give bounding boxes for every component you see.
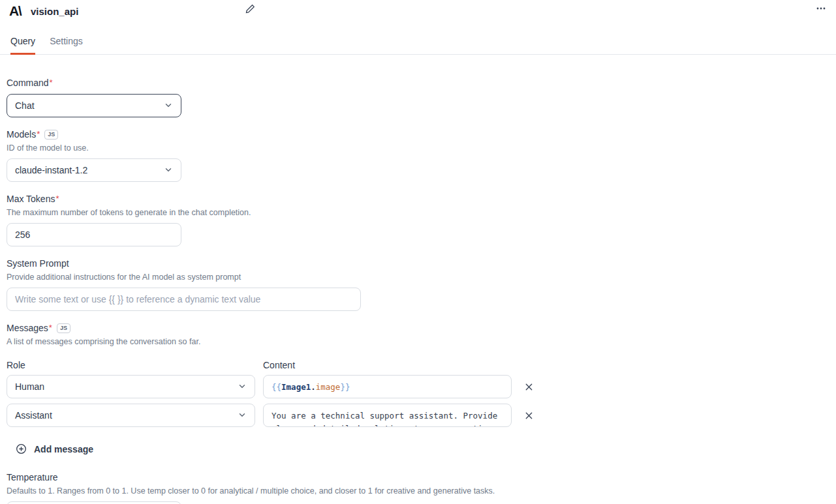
add-message-label: Add message xyxy=(34,444,93,454)
field-messages: Messages* JS A list of messages comprisi… xyxy=(7,321,836,457)
remove-message-x-icon[interactable] xyxy=(523,381,534,393)
message-content-text: {{Image1.image}} xyxy=(271,381,503,394)
message-row: Human{{Image1.image}} xyxy=(7,375,836,398)
message-row: AssistantYou are a technical support ass… xyxy=(7,404,836,427)
message-content-input[interactable]: You are a technical support assistant. P… xyxy=(263,404,512,427)
max-tokens-helper: The maximum number of tokens to generate… xyxy=(7,207,836,218)
tab-bar: Query Settings xyxy=(0,36,836,55)
messages-js-toggle[interactable]: JS xyxy=(57,323,70,333)
message-content-text: You are a technical support assistant. P… xyxy=(271,409,503,427)
role-select[interactable]: Human xyxy=(7,375,255,398)
tab-query[interactable]: Query xyxy=(10,36,35,55)
role-column-header: Role xyxy=(7,359,263,372)
command-label: Command xyxy=(7,76,49,89)
temperature-helper: Defaults to 1. Ranges from 0 to 1. Use t… xyxy=(7,486,836,497)
chevron-down-icon xyxy=(238,381,247,393)
tab-settings[interactable]: Settings xyxy=(50,36,83,55)
message-rows: Human{{Image1.image}}AssistantYou are a … xyxy=(7,375,836,427)
models-selected-value: claude-instant-1.2 xyxy=(15,165,87,175)
field-system-prompt: System Prompt Provide additional instruc… xyxy=(7,257,836,311)
system-prompt-helper: Provide additional instructions for the … xyxy=(7,272,836,283)
role-selected-value: Human xyxy=(15,381,44,392)
chevron-down-icon xyxy=(238,410,247,421)
message-content-input[interactable]: {{Image1.image}} xyxy=(263,375,512,398)
messages-label: Messages xyxy=(7,321,48,334)
temperature-input[interactable] xyxy=(7,501,181,504)
field-max-tokens: Max Tokens* The maximum number of tokens… xyxy=(7,192,836,246)
required-asterisk: * xyxy=(50,76,53,89)
required-asterisk: * xyxy=(55,192,59,205)
role-select[interactable]: Assistant xyxy=(7,404,255,427)
system-prompt-input[interactable] xyxy=(7,288,361,311)
max-tokens-label: Max Tokens xyxy=(7,192,55,205)
models-helper: ID of the model to use. xyxy=(7,143,836,154)
chevron-down-icon xyxy=(164,100,173,111)
field-temperature: Temperature Defaults to 1. Ranges from 0… xyxy=(7,471,836,504)
required-asterisk: * xyxy=(49,321,52,334)
role-selected-value: Assistant xyxy=(15,410,52,421)
field-models: Models* JS ID of the model to use. claud… xyxy=(7,128,836,182)
anthropic-logo-icon: A\ xyxy=(9,3,21,19)
remove-message-x-icon[interactable] xyxy=(523,410,534,421)
content-column-header: Content xyxy=(263,359,295,372)
chevron-down-icon xyxy=(164,165,173,176)
overflow-menu-ellipsis-icon[interactable] xyxy=(815,3,827,16)
models-label: Models xyxy=(7,128,36,141)
edit-title-pencil-icon[interactable] xyxy=(245,4,255,16)
models-select[interactable]: claude-instant-1.2 xyxy=(7,158,181,182)
command-selected-value: Chat xyxy=(15,100,35,111)
command-select[interactable]: Chat xyxy=(7,94,181,117)
app-header: A\ vision_api xyxy=(0,0,836,20)
add-message-button[interactable]: Add message xyxy=(16,443,93,454)
field-command: Command* Chat xyxy=(7,76,836,117)
page-title: vision_api xyxy=(31,6,78,17)
models-js-toggle[interactable]: JS xyxy=(44,130,58,140)
query-form: Command* Chat Models* JS ID of the model… xyxy=(0,55,836,504)
messages-column-headers: Role Content xyxy=(7,359,836,372)
messages-helper: A list of messages comprising the conver… xyxy=(7,336,836,348)
plus-circle-icon xyxy=(16,443,27,454)
temperature-label: Temperature xyxy=(7,471,58,484)
max-tokens-input[interactable] xyxy=(7,223,181,246)
system-prompt-label: System Prompt xyxy=(7,257,69,270)
required-asterisk: * xyxy=(37,128,40,141)
